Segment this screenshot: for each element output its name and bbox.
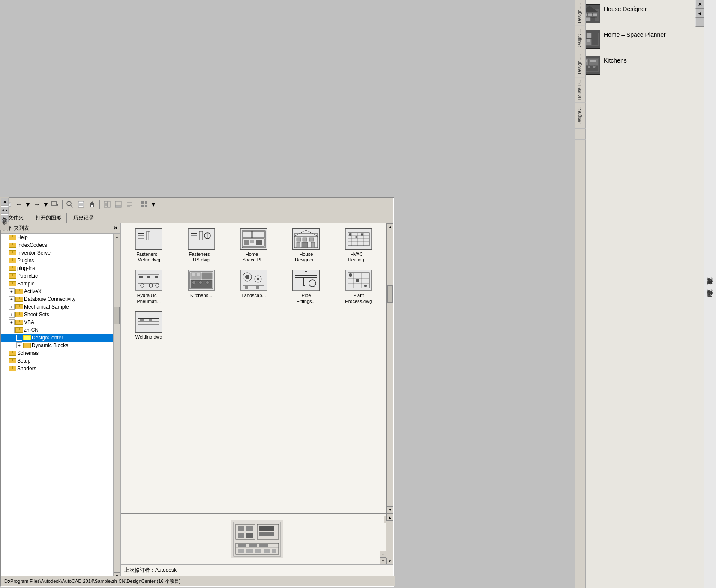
window-expand-left[interactable]: ◄◄ (1, 206, 9, 214)
tree-item-mechanical[interactable]: + Mechanical Sample (1, 303, 113, 311)
vtab-zizhai1[interactable]: 住宅 (575, 139, 586, 145)
tree-scroll-up[interactable]: ▲ (114, 234, 120, 240)
file-item-plant-process[interactable]: PlantProcess.dwg (334, 268, 383, 306)
vtab-select2[interactable]: 选择 (575, 134, 586, 139)
panel-item-home-space[interactable]: Home – Space Planner (579, 30, 713, 49)
search-btn[interactable] (65, 199, 75, 210)
tree-toggle-btn[interactable] (102, 199, 112, 210)
desc-scroll-down[interactable]: ▼ (380, 558, 386, 564)
tree-item-dynamic[interactable]: + Dynamic Blocks (1, 342, 113, 349)
svg-rect-41 (91, 205, 93, 207)
vtab-select1[interactable]: 选择 (575, 128, 586, 134)
file-scroll-thumb[interactable] (387, 285, 393, 303)
svg-rect-157 (238, 533, 244, 538)
preview-scroll-down[interactable]: ▼ (386, 558, 393, 564)
tree-item-activex[interactable]: + ActiveX (1, 288, 113, 295)
tree-item-plugins[interactable]: Plugins (1, 257, 113, 264)
toggle-sheetsets[interactable]: + (9, 312, 15, 318)
tree-item-zh-cn[interactable]: − zh-CN (1, 326, 113, 334)
desc-scroll-up[interactable]: ▲ (380, 551, 386, 558)
panel-item-kitchens[interactable]: Kitchens (579, 56, 713, 75)
forward-btn[interactable]: → (32, 199, 42, 210)
file-name-plant-process: PlantProcess.dwg (345, 293, 372, 304)
vtab-zizhai2[interactable]: 住宅 (575, 145, 586, 150)
tree-item-shaders[interactable]: Shaders (1, 365, 113, 372)
toggle-designcenter[interactable]: − (16, 335, 22, 341)
thumb-fasteners-us (188, 228, 215, 250)
toggle-mechanical[interactable]: + (9, 304, 15, 310)
file-item-hydraulic[interactable]: Hydraulic –Pneumati... (124, 268, 173, 306)
tree-item-indexcodecs[interactable]: IndexCodecs (1, 241, 113, 249)
toggle-zh-cn[interactable]: − (9, 327, 15, 333)
file-item-pipe-fittings[interactable]: PipeFittings... (282, 268, 330, 306)
home-btn[interactable] (87, 199, 97, 210)
tool-panel-title: 工具选项板 — 所有选项板 (704, 0, 716, 588)
tree-item-schemas[interactable]: Schemas (1, 349, 113, 357)
toggle-dynamic[interactable]: + (16, 342, 22, 348)
window-close-x[interactable]: ✕ (1, 198, 9, 206)
folder-icon-zh-cn (15, 327, 22, 333)
file-item-landscap[interactable]: Landscap... (229, 268, 278, 306)
svg-rect-104 (139, 276, 143, 278)
file-grid-area: Fasteners –Metric.dwg (121, 223, 393, 513)
tab-history[interactable]: 历史记录 (68, 213, 99, 223)
tree-scroll-thumb[interactable] (114, 307, 120, 324)
views-btn[interactable] (139, 199, 150, 210)
toggle-database[interactable]: + (9, 296, 15, 302)
tree-item-database[interactable]: + Database Connectivity (1, 295, 113, 303)
file-item-house-designer[interactable]: HouseDesigner... (282, 227, 330, 264)
panel-close-btn[interactable]: ✕ (695, 0, 704, 9)
folder-icon-mechanical (15, 304, 22, 309)
tree-panel-close[interactable]: ✕ (114, 225, 117, 231)
panel-expand-btn[interactable]: ◄ (695, 9, 704, 18)
preview-scroll-up[interactable]: ▲ (386, 514, 393, 521)
file-name-home-space: Home –Space Pl... (242, 252, 265, 263)
tree-item-designcenter[interactable]: − DesignCenter (1, 334, 113, 342)
vtab-designc1[interactable]: DesignC... (575, 0, 586, 26)
tree-item-publiclic[interactable]: PublicLic (1, 272, 113, 280)
file-item-home-space[interactable]: Home –Space Pl... (229, 227, 278, 264)
file-grid: Fasteners –Metric.dwg (121, 223, 386, 513)
back-btn[interactable]: ← (14, 199, 24, 210)
tree-item-help[interactable]: Help (1, 234, 113, 241)
favorites-btn[interactable] (76, 199, 86, 210)
tree-item-inventor-server[interactable]: Inventor Server (1, 249, 113, 257)
file-scroll-up[interactable]: ▲ (387, 223, 393, 230)
tree-item-setup[interactable]: Setup (1, 357, 113, 365)
forward-dropdown-btn[interactable]: ▼ (43, 199, 49, 210)
tree-item-plug-ins[interactable]: plug-ins (1, 264, 113, 272)
vtab-housed[interactable]: House D... (575, 77, 586, 102)
back-dropdown-btn[interactable]: ▼ (25, 199, 31, 210)
vtab-designc2[interactable]: DesignC... (575, 26, 586, 51)
tree-item-sheetsets[interactable]: + Sheet Sets (1, 311, 113, 318)
file-item-welding[interactable]: Welding.dwg (124, 309, 173, 342)
svg-rect-84 (303, 238, 307, 241)
views-dropdown-btn[interactable]: ▼ (150, 199, 156, 210)
vtab-designc4[interactable]: DesignC... (575, 102, 586, 128)
file-item-hvac[interactable]: HVAC –Heating ... (334, 227, 383, 264)
file-item-kitchens[interactable]: Kitchens... (177, 268, 225, 306)
tree-content: Help IndexCodecs Inventor Server (1, 234, 113, 579)
svg-rect-171 (272, 549, 276, 553)
tree-item-sample[interactable]: Sample (1, 280, 113, 288)
toggle-activex[interactable]: + (9, 288, 15, 294)
file-item-fasteners-metric[interactable]: Fasteners –Metric.dwg (124, 227, 173, 264)
panel-item-house-designer[interactable]: House Designer (579, 4, 713, 23)
file-scroll-down[interactable]: ▼ (387, 506, 393, 513)
panel-contract-btn[interactable]: — (695, 18, 704, 27)
tab-open-drawings[interactable]: 打开的图形 (30, 213, 67, 223)
refresh-btn[interactable] (50, 199, 60, 210)
file-scroll-track (387, 230, 393, 506)
window-contract-left[interactable]: ► (1, 214, 9, 222)
file-name-pipe-fittings: PipeFittings... (297, 293, 316, 304)
svg-point-144 (364, 285, 367, 287)
toggle-vba[interactable]: + (9, 319, 15, 325)
tree-item-vba[interactable]: + VBA (1, 318, 113, 326)
preview-toggle-btn[interactable] (113, 199, 123, 210)
vtab-designc3[interactable]: DesignC... (575, 51, 586, 77)
desc-toggle-btn[interactable] (124, 199, 135, 210)
thumb-welding (135, 311, 162, 333)
tree-label-vba: VBA (24, 319, 34, 325)
svg-rect-105 (147, 276, 150, 278)
file-item-fasteners-us[interactable]: Fasteners –US.dwg (177, 227, 225, 264)
